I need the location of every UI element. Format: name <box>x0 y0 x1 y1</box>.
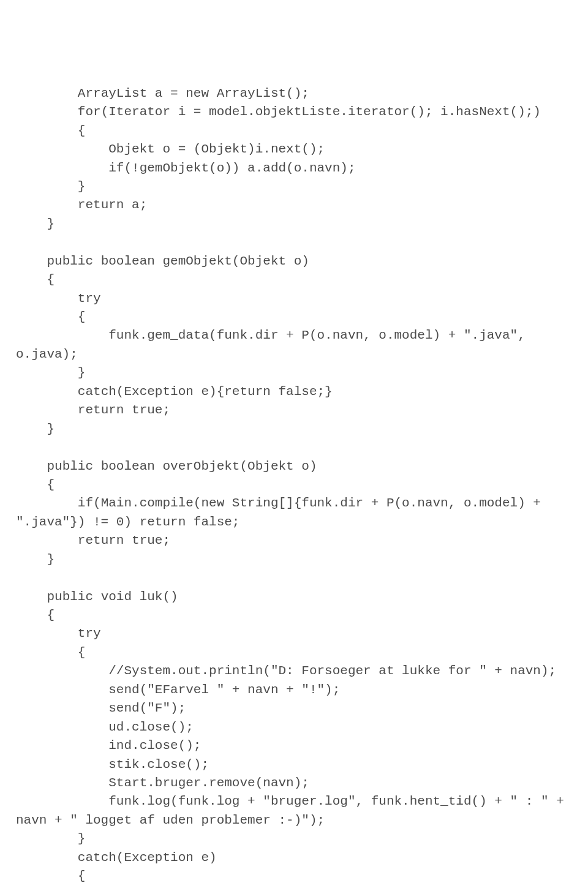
code-block: ArrayList a = new ArrayList(); for(Itera… <box>16 85 572 883</box>
